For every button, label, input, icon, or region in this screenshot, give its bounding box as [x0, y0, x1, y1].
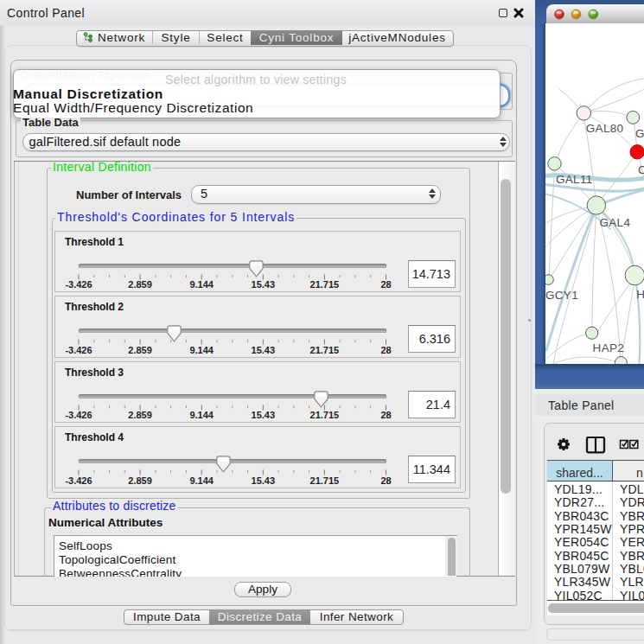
svg-text:C: C	[638, 163, 644, 176]
svg-text:H: H	[636, 288, 644, 301]
svg-text:GAL4: GAL4	[600, 216, 631, 229]
svg-text:GA: GA	[635, 127, 644, 140]
svg-text:GAL11: GAL11	[556, 173, 593, 186]
svg-text:HAP2: HAP2	[593, 341, 624, 354]
svg-text:GCY1: GCY1	[545, 289, 578, 302]
svg-text:GAL80: GAL80	[586, 122, 624, 135]
